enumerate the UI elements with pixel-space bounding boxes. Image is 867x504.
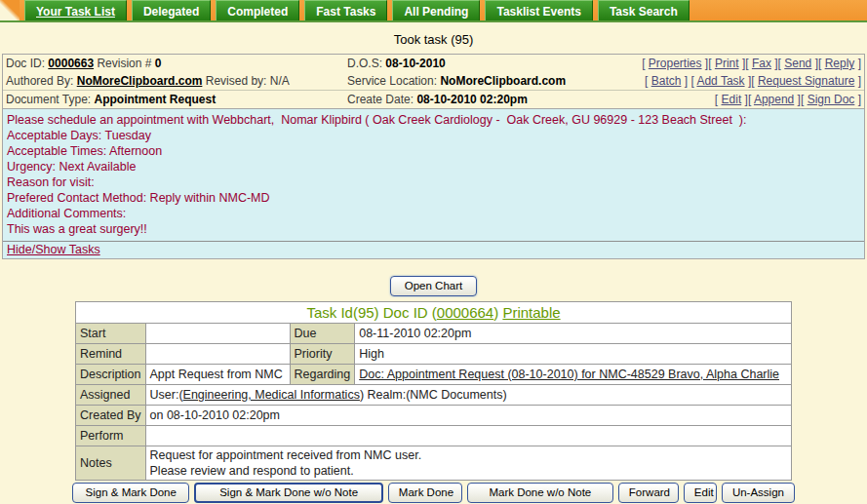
tab-label: Your Task List: [36, 5, 115, 19]
send-link[interactable]: Send: [784, 57, 811, 70]
doc-id-group: Doc ID: 0000663 Revision # 0: [6, 55, 347, 72]
tab-bar-filler: [690, 0, 867, 20]
perform-value: [145, 426, 791, 446]
properties-link[interactable]: Properties: [649, 57, 702, 70]
notes-line-2: Please review and respond to patient.: [150, 463, 787, 479]
table-row: Start Due 08-11-2010 02:20pm: [76, 324, 792, 344]
dos-label: D.O.S:: [347, 57, 382, 70]
open-chart-button[interactable]: Open Chart: [390, 276, 477, 296]
tab-your-task-list[interactable]: Your Task List: [24, 0, 127, 20]
regarding-cell: Doc: Appointment Request (08-10-2010) fo…: [355, 365, 792, 385]
revision-label: Revision #: [97, 57, 151, 70]
tab-delegated[interactable]: Delegated: [132, 0, 211, 20]
task-doc-id-link[interactable]: 0000664: [437, 304, 493, 321]
tab-label: All Pending: [404, 5, 468, 19]
due-label: Due: [290, 324, 355, 344]
remind-value: [145, 344, 290, 365]
sign-doc-link[interactable]: Sign Doc: [808, 93, 855, 106]
tab-label: Delegated: [143, 5, 199, 19]
message-line: Additional Comments:: [7, 206, 860, 221]
created-by-value: on 08-10-2010 02:20pm: [145, 406, 791, 426]
task-title-cell: Task Id(95) Doc ID (0000664) Printable: [76, 302, 792, 324]
regarding-doc-link[interactable]: Doc: Appointment Request (08-10-2010) fo…: [359, 368, 779, 381]
table-row: Perform: [76, 426, 792, 446]
sign-and-mark-done-button[interactable]: Sign & Mark Done: [72, 483, 189, 503]
start-value: [145, 324, 290, 344]
table-row: Remind Priority High: [76, 344, 792, 365]
tab-label: Task Search: [610, 5, 678, 19]
message-line: Urgency: Next Available: [7, 159, 860, 174]
assigned-prefix: User:(: [150, 388, 183, 402]
revision-value: 0: [155, 57, 162, 70]
create-date-label: Create Date:: [347, 93, 414, 106]
service-location-label: Service Location:: [347, 74, 437, 88]
open-chart-row: Open Chart: [0, 276, 867, 296]
task-detail-table: Task Id(95) Doc ID (0000664) Printable S…: [75, 301, 792, 481]
due-value: 08-11-2010 02:20pm: [355, 324, 792, 344]
hide-show-tasks-link[interactable]: Hide/Show Tasks: [7, 243, 100, 256]
revised-by-value: N/A: [270, 74, 290, 88]
task-action-bar: Sign & Mark Done Sign & Mark Done w/o No…: [72, 483, 795, 503]
doc-header-row-1: Doc ID: 0000663 Revision # 0 D.O.S: 08-1…: [3, 55, 864, 72]
document-type-value: Appointment Request: [95, 93, 217, 106]
doc-id-label: Doc ID:: [6, 57, 45, 70]
authored-by-label: Authored By:: [6, 74, 73, 88]
task-id-text: Task Id(95) Doc ID (: [306, 304, 436, 321]
reply-link[interactable]: Reply: [825, 57, 855, 70]
remind-label: Remind: [76, 344, 146, 365]
tab-task-search[interactable]: Task Search: [598, 0, 690, 20]
task-title-close: ): [493, 304, 502, 321]
fax-link[interactable]: Fax: [752, 57, 771, 70]
perform-label: Perform: [76, 426, 146, 446]
mark-done-button[interactable]: Mark Done: [388, 483, 462, 503]
table-row: Created By on 08-10-2010 02:20pm: [76, 406, 792, 426]
add-task-link[interactable]: Add Task: [696, 74, 744, 88]
regarding-label: Regarding: [290, 365, 355, 385]
priority-label: Priority: [290, 344, 355, 365]
append-link[interactable]: Append: [754, 93, 794, 106]
assigned-suffix: ) Realm:(NMC Documents): [360, 388, 507, 402]
task-tab-bar: Your Task List Delegated Completed Fast …: [0, 0, 867, 22]
forward-button[interactable]: Forward: [618, 483, 679, 503]
tab-tasklist-events[interactable]: Tasklist Events: [485, 0, 592, 20]
tab-label: Tasklist Events: [496, 5, 580, 19]
message-lines: Please schedule an appointment with Webb…: [3, 109, 864, 241]
dos-group: D.O.S: 08-10-2010: [347, 55, 620, 72]
notes-line-1: Request for appointment received from NM…: [150, 447, 787, 463]
assigned-label: Assigned: [76, 385, 146, 406]
message-line: Prefered Contact Method: Reply within NM…: [7, 190, 860, 206]
batch-link[interactable]: Batch: [651, 74, 682, 88]
tab-completed[interactable]: Completed: [216, 0, 299, 20]
sign-and-mark-done-wo-note-button[interactable]: Sign & Mark Done w/o Note: [194, 483, 382, 503]
request-signature-link[interactable]: Request Signature: [758, 74, 854, 88]
message-line: Please schedule an appointment with Webb…: [7, 112, 860, 128]
mark-done-wo-note-button[interactable]: Mark Done w/o Note: [467, 483, 613, 503]
message-line: Acceptable Times: Afternoon: [7, 143, 860, 159]
un-assign-button[interactable]: Un-Assign: [722, 483, 795, 503]
document-type-label: Document Type:: [6, 93, 91, 106]
create-date-group: Create Date: 08-10-2010 02:20pm: [347, 91, 620, 108]
message-line: Acceptable Days: Tuesday: [7, 128, 860, 143]
edit-doc-link[interactable]: Edit: [722, 93, 742, 106]
print-link[interactable]: Print: [715, 57, 739, 70]
edit-button[interactable]: Edit: [684, 483, 717, 503]
notes-label: Notes: [76, 446, 146, 481]
doc-actions-row-2: Batch Add TaskRequest Signature: [620, 72, 861, 90]
doc-actions-row-1: PropertiesPrintFaxSendReply: [620, 55, 861, 72]
document-type-group: Document Type: Appointment Request: [6, 91, 347, 108]
printable-link[interactable]: Printable: [502, 304, 560, 321]
assigned-user-link[interactable]: Engineering, Medical Informatics: [183, 388, 360, 402]
tab-all-pending[interactable]: All Pending: [392, 0, 480, 20]
create-date-value: 08-10-2010 02:20pm: [416, 93, 527, 106]
authored-by-link[interactable]: NoMoreClipboard.com: [77, 74, 203, 88]
revised-by-label: Revised by:: [206, 74, 267, 88]
table-row: Description Appt Request from NMC Regard…: [76, 365, 792, 385]
tab-fast-tasks[interactable]: Fast Tasks: [304, 0, 387, 20]
tab-label: Completed: [227, 5, 288, 19]
doc-header-row-2: Authored By: NoMoreClipboard.com Revised…: [3, 72, 864, 90]
assigned-value: User:(Engineering, Medical Informatics) …: [145, 385, 791, 406]
status-message: Took task (95): [0, 22, 867, 54]
doc-id-link[interactable]: 0000663: [48, 57, 94, 70]
service-location-value: NoMoreClipboard.com: [440, 74, 566, 88]
tab-label: Fast Tasks: [316, 5, 375, 19]
